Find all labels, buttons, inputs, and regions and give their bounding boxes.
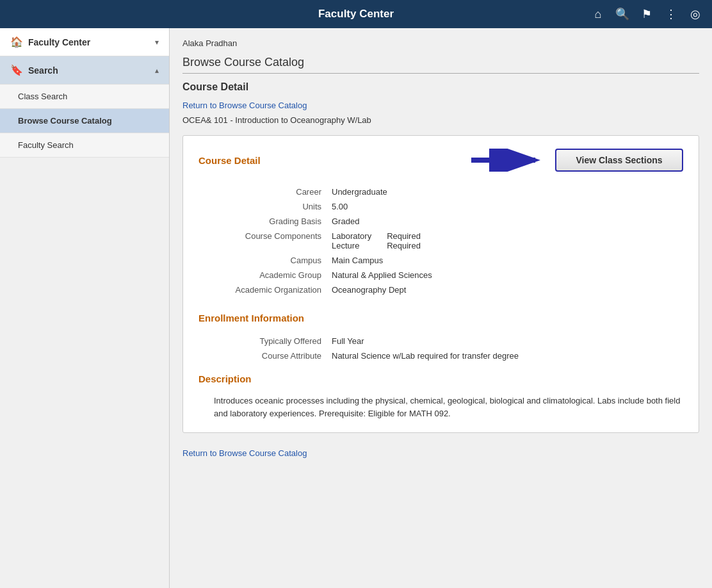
course-detail-table: Career Undergraduate Units 5.00 Grading …	[198, 184, 683, 297]
section-heading: Course Detail	[182, 81, 699, 93]
bottom-link-section: Return to Browse Course Catalog	[182, 443, 699, 468]
component-lecture-req: Required	[387, 241, 421, 250]
sidebar-item-browse-course-catalog[interactable]: Browse Course Catalog	[0, 109, 169, 133]
sidebar: 🏠 Faculty Center ▾ 🔖 Search ▴ Class Sear…	[0, 28, 170, 588]
app-title: Faculty Center	[318, 8, 394, 20]
course-components-label: Course Components	[198, 229, 327, 253]
enrollment-section: Enrollment Information Typically Offered…	[198, 302, 683, 363]
grading-basis-label: Grading Basis	[198, 214, 327, 229]
sidebar-item-search[interactable]: 🔖 Search ▴	[0, 56, 169, 85]
table-row: Units 5.00	[198, 199, 683, 214]
units-label: Units	[198, 199, 327, 214]
course-components-value: Laboratory Lecture Required Required	[327, 229, 683, 253]
user-name: Alaka Pradhan	[182, 38, 699, 48]
sidebar-search-label: Search	[28, 65, 58, 76]
sidebar-faculty-center-label: Faculty Center	[28, 37, 90, 47]
typically-offered-value: Full Year	[327, 334, 683, 348]
return-link-bottom[interactable]: Return to Browse Course Catalog	[182, 448, 307, 458]
class-search-label: Class Search	[18, 92, 67, 101]
content-area: Alaka Pradhan Browse Course Catalog Cour…	[170, 28, 712, 588]
arrow-right-icon	[468, 149, 545, 172]
top-bar: Faculty Center ⌂ 🔍 ⚑ ⋮ ◎	[0, 0, 712, 28]
academic-org-label: Academic Organization	[198, 282, 327, 297]
course-attribute-value: Natural Science w/Lab required for trans…	[327, 348, 683, 363]
grading-basis-value: Graded	[327, 214, 683, 229]
search-nav-icon: 🔖	[10, 64, 23, 76]
home-icon[interactable]: ⌂	[589, 5, 607, 23]
more-icon[interactable]: ⋮	[662, 5, 680, 23]
course-detail-card: Course Detail View Class Sections	[182, 135, 699, 433]
table-row: Career Undergraduate	[198, 184, 683, 199]
arrow-container	[261, 149, 545, 172]
chevron-up-icon: ▴	[155, 66, 159, 75]
main-layout: 🏠 Faculty Center ▾ 🔖 Search ▴ Class Sear…	[0, 28, 712, 588]
description-title: Description	[198, 373, 683, 384]
table-row: Grading Basis Graded	[198, 214, 683, 229]
typically-offered-label: Typically Offered	[198, 334, 327, 348]
course-subtitle: OCEA& 101 - Introduction to Oceanography…	[182, 115, 699, 125]
component-laboratory-req: Required	[387, 231, 421, 241]
sidebar-sub-menu: Class Search Browse Course Catalog Facul…	[0, 85, 169, 158]
search-icon[interactable]: 🔍	[613, 5, 631, 23]
table-row: Typically Offered Full Year	[198, 334, 683, 348]
enrollment-detail-table: Typically Offered Full Year Course Attri…	[198, 334, 683, 363]
table-row: Campus Main Campus	[198, 253, 683, 268]
top-bar-icons: ⌂ 🔍 ⚑ ⋮ ◎	[589, 5, 704, 23]
table-row: Course Components Laboratory Lecture Req…	[198, 229, 683, 253]
campus-label: Campus	[198, 253, 327, 268]
faculty-search-label: Faculty Search	[18, 140, 74, 150]
browse-course-catalog-label: Browse Course Catalog	[18, 116, 112, 126]
enrollment-title: Enrollment Information	[198, 313, 683, 323]
career-value: Undergraduate	[327, 184, 683, 199]
components-col-1: Laboratory Lecture	[332, 231, 371, 250]
academic-org-value: Oceanography Dept	[327, 282, 683, 297]
description-text: Introduces oceanic processes including t…	[198, 395, 683, 420]
course-attribute-label: Course Attribute	[198, 348, 327, 363]
sidebar-item-faculty-search[interactable]: Faculty Search	[0, 133, 169, 158]
view-class-sections-button[interactable]: View Class Sections	[555, 149, 683, 172]
table-row: Course Attribute Natural Science w/Lab r…	[198, 348, 683, 363]
table-row: Academic Organization Oceanography Dept	[198, 282, 683, 297]
components-col-2: Required Required	[387, 231, 421, 250]
page-divider	[182, 73, 699, 74]
return-link-top[interactable]: Return to Browse Course Catalog	[182, 101, 307, 110]
chevron-down-icon: ▾	[155, 38, 159, 47]
page-header: Browse Course Catalog	[182, 56, 699, 69]
sidebar-item-class-search[interactable]: Class Search	[0, 85, 169, 109]
academic-group-label: Academic Group	[198, 268, 327, 282]
sidebar-item-faculty-center[interactable]: 🏠 Faculty Center ▾	[0, 28, 169, 56]
component-lecture: Lecture	[332, 241, 371, 250]
component-laboratory: Laboratory	[332, 231, 371, 241]
career-label: Career	[198, 184, 327, 199]
campus-value: Main Campus	[327, 253, 683, 268]
academic-group-value: Natural & Applied Sciences	[327, 268, 683, 282]
card-title: Course Detail	[198, 155, 261, 166]
view-sections-row: Course Detail View Class Sections	[198, 149, 683, 172]
flag-icon[interactable]: ⚑	[638, 5, 656, 23]
table-row: Academic Group Natural & Applied Science…	[198, 268, 683, 282]
units-value: 5.00	[327, 199, 683, 214]
faculty-center-icon: 🏠	[10, 36, 23, 48]
help-icon[interactable]: ◎	[686, 5, 704, 23]
